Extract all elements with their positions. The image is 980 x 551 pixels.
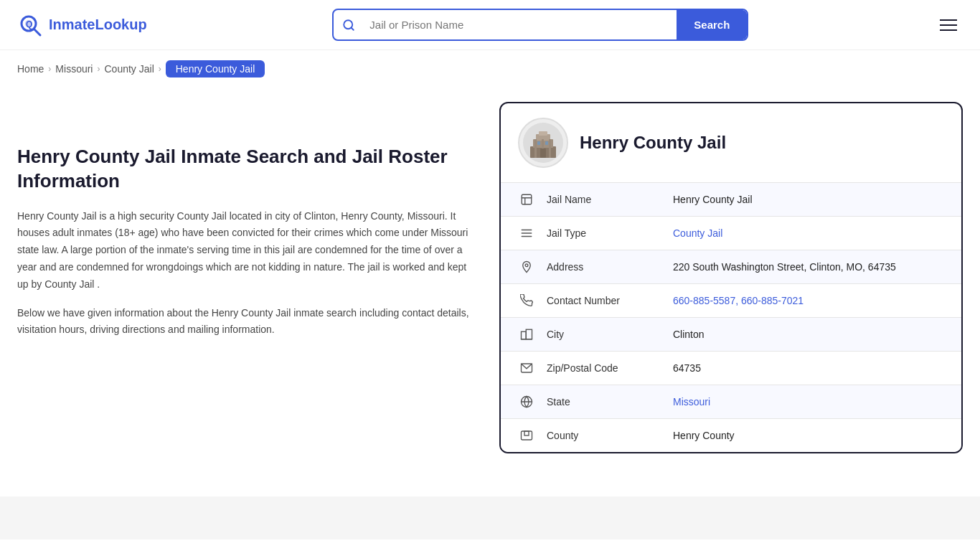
- state-icon: [518, 395, 535, 408]
- jail-name-icon: [518, 193, 535, 206]
- zip-label: Zip/Postal Code: [547, 362, 661, 374]
- search-area: Search: [332, 9, 748, 41]
- hamburger-menu-button[interactable]: [934, 14, 963, 37]
- svg-rect-11: [534, 139, 537, 158]
- search-icon: [334, 19, 364, 32]
- jail-type-link[interactable]: County Jail: [673, 227, 722, 239]
- left-panel: Henry County Jail Inmate Search and Jail…: [17, 102, 476, 453]
- description-2: Below we have given information about th…: [17, 305, 476, 339]
- page-title: Henry County Jail Inmate Search and Jail…: [17, 145, 476, 194]
- jail-name-heading: Henry County Jail: [580, 133, 726, 153]
- county-icon: [518, 429, 535, 442]
- info-rows: Jail Name Henry County Jail Jail Type Co…: [501, 183, 961, 452]
- chevron-icon: ›: [48, 64, 51, 74]
- search-input[interactable]: [364, 10, 677, 39]
- city-icon: [518, 328, 535, 341]
- table-row: Jail Name Henry County Jail: [501, 183, 961, 217]
- breadcrumb-home[interactable]: Home: [17, 63, 44, 75]
- jail-name-label: Jail Name: [547, 194, 661, 205]
- table-row: Contact Number 660-885-5587, 660-885-702…: [501, 284, 961, 318]
- breadcrumb-missouri[interactable]: Missouri: [55, 63, 93, 75]
- table-row: Jail Type County Jail: [501, 217, 961, 250]
- address-value: 220 South Washington Street, Clinton, MO…: [673, 261, 944, 273]
- contact-link[interactable]: 660-885-5587, 660-885-7021: [673, 295, 804, 306]
- jail-type-icon: [518, 227, 535, 240]
- svg-rect-31: [524, 431, 529, 435]
- jail-building-icon: [522, 121, 565, 164]
- svg-rect-15: [545, 141, 548, 145]
- state-value: Missouri: [673, 396, 944, 408]
- svg-line-5: [352, 27, 354, 29]
- svg-rect-17: [522, 194, 532, 204]
- breadcrumb: Home › Missouri › County Jail › Henry Co…: [0, 50, 980, 88]
- city-label: City: [547, 329, 661, 340]
- logo-icon: Q: [17, 12, 43, 38]
- jail-type-value: County Jail: [673, 227, 944, 239]
- state-link[interactable]: Missouri: [673, 396, 710, 408]
- jail-card-header: Henry County Jail: [501, 103, 961, 183]
- main-content: Henry County Jail Inmate Search and Jail…: [0, 88, 980, 468]
- jail-avatar: [518, 118, 568, 168]
- logo-text: InmateLookup: [49, 17, 147, 33]
- table-row: County Henry County: [501, 419, 961, 452]
- zip-icon: [518, 362, 535, 375]
- table-row: City Clinton: [501, 318, 961, 352]
- county-value: Henry County: [673, 430, 944, 441]
- jail-info-card: Henry County Jail Jail Name Henry County…: [499, 102, 963, 453]
- footer-strip: [0, 496, 980, 540]
- table-row: Address 220 South Washington Street, Cli…: [501, 250, 961, 284]
- description-1: Henry County Jail is a high security Cou…: [17, 208, 476, 293]
- logo[interactable]: Q InmateLookup: [17, 12, 147, 38]
- breadcrumb-county-jail[interactable]: County Jail: [104, 63, 154, 75]
- svg-text:Q: Q: [26, 19, 32, 29]
- svg-rect-10: [539, 131, 547, 136]
- svg-rect-25: [526, 329, 532, 339]
- county-label: County: [547, 430, 661, 441]
- city-value: Clinton: [673, 329, 944, 340]
- right-panel: Henry County Jail Jail Name Henry County…: [499, 102, 963, 453]
- header: Q InmateLookup Search: [0, 0, 980, 50]
- address-label: Address: [547, 261, 661, 273]
- zip-value: 64735: [673, 362, 944, 374]
- table-row: State Missouri: [501, 385, 961, 419]
- svg-rect-24: [522, 331, 527, 339]
- chevron-icon: ›: [97, 64, 100, 74]
- svg-point-23: [525, 264, 528, 267]
- breadcrumb-active: Henry County Jail: [166, 60, 265, 77]
- table-row: Zip/Postal Code 64735: [501, 352, 961, 385]
- chevron-icon: ›: [159, 64, 161, 74]
- svg-rect-14: [537, 141, 540, 145]
- svg-rect-13: [549, 139, 551, 158]
- contact-label: Contact Number: [547, 295, 661, 306]
- contact-value: 660-885-5587, 660-885-7021: [673, 295, 944, 306]
- state-label: State: [547, 396, 661, 408]
- phone-icon: [518, 294, 535, 307]
- jail-type-label: Jail Type: [547, 227, 661, 239]
- svg-rect-16: [540, 149, 546, 158]
- address-icon: [518, 260, 535, 273]
- jail-name-value: Henry County Jail: [673, 194, 944, 205]
- search-button[interactable]: Search: [677, 10, 747, 39]
- svg-line-1: [34, 29, 40, 35]
